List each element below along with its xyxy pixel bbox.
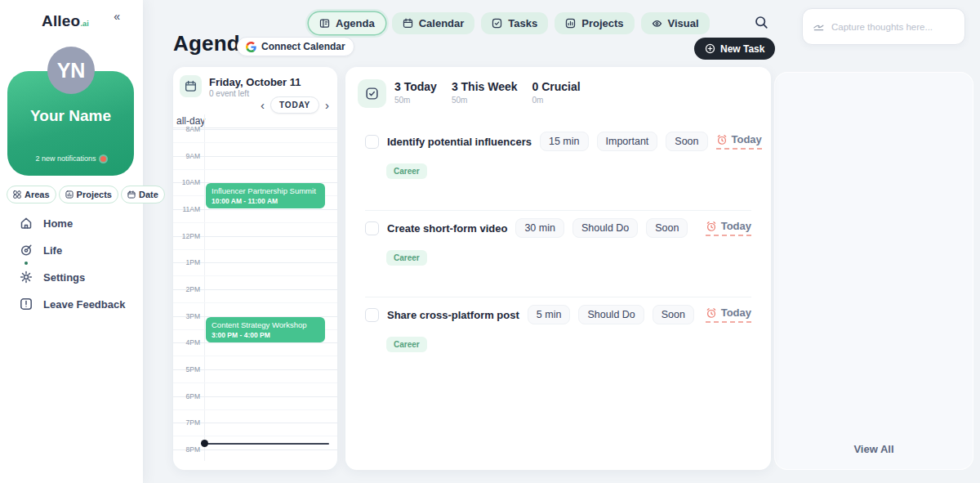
sidebar-item-leave-feedback[interactable]: Leave Feedback	[20, 297, 125, 311]
stat-crucial: 0 Crucial 0m	[532, 80, 581, 105]
projects-nav-icon	[565, 18, 576, 29]
tab-visual-label: Visual	[668, 17, 699, 29]
task-title[interactable]: Identify potential influencers	[387, 136, 532, 148]
tasks-panel: 3 Today 50m 3 This Week 50m 0 Crucial 0m…	[345, 67, 771, 470]
tab-projects[interactable]: Projects	[555, 12, 634, 34]
task-due-label: Today	[721, 306, 751, 319]
task-title[interactable]: Create short-form video	[387, 222, 507, 235]
calendar-nav: ‹ TODAY ›	[261, 96, 329, 114]
task-checkbox[interactable]	[365, 221, 379, 235]
prev-day-icon[interactable]: ‹	[261, 99, 265, 111]
alarm-icon	[706, 307, 717, 319]
task-tag-career[interactable]: Career	[386, 250, 427, 266]
capture-thoughts-box[interactable]	[802, 8, 965, 45]
calendar-time-grid[interactable]: all-day 8AM 9AM 10AM 11AM 12PM 1PM 2PM 3…	[173, 114, 337, 466]
sidebar: Alleo.ai « YN Your Name 2 new notificati…	[0, 0, 143, 483]
sidebar-menu: Home Life Settings Leave Feedback	[20, 217, 125, 311]
time-label: 11AM	[173, 205, 200, 213]
stat-today: 3 Today 50m	[394, 80, 437, 105]
collapse-sidebar-icon[interactable]: «	[114, 10, 120, 23]
hour-line: 7PM	[173, 423, 337, 423]
time-label: 2PM	[173, 285, 200, 293]
half-hour-line	[173, 382, 337, 383]
new-task-label: New Task	[720, 43, 764, 55]
stat-crucial-sub: 0m	[532, 96, 581, 105]
task-duration-chip[interactable]: 5 min	[528, 305, 571, 324]
current-time-line[interactable]	[204, 443, 329, 445]
hour-line: 2PM	[173, 289, 337, 290]
tasks-checkbox-icon	[358, 79, 386, 108]
view-all-link[interactable]: View All	[774, 443, 973, 455]
tab-agenda[interactable]: Agenda	[309, 12, 385, 34]
task-tag-career[interactable]: Career	[386, 163, 427, 179]
task-checkbox[interactable]	[365, 135, 379, 149]
notifications-text[interactable]: 2 new notifications	[7, 154, 134, 163]
date-icon	[127, 190, 136, 199]
feedback-icon	[20, 297, 33, 311]
time-label: 10AM	[173, 178, 200, 186]
alarm-icon	[706, 221, 717, 232]
task-duration-chip[interactable]: 15 min	[540, 132, 589, 151]
avatar[interactable]: YN	[47, 47, 95, 94]
hour-line: 8AM	[173, 129, 337, 130]
task-when-chip[interactable]: Soon	[646, 218, 688, 238]
areas-icon	[13, 190, 21, 199]
task-when-chip[interactable]: Soon	[666, 132, 707, 151]
tab-projects-label: Projects	[581, 17, 623, 29]
task-priority-chip[interactable]: Should Do	[578, 305, 644, 324]
time-label: 8PM	[173, 445, 200, 454]
task-priority-chip[interactable]: Should Do	[572, 218, 638, 238]
visual-icon	[652, 18, 662, 29]
calendar-event[interactable]: Content Strategy Workshop 3:00 PM - 4:00…	[206, 317, 325, 342]
search-icon[interactable]	[755, 16, 768, 29]
tab-tasks[interactable]: Tasks	[481, 12, 548, 34]
task-row: Identify potential influencers 15 min Im…	[365, 124, 751, 211]
tab-calendar[interactable]: Calendar	[392, 12, 475, 34]
tab-tasks-label: Tasks	[508, 17, 537, 29]
stat-today-label: 3 Today	[394, 80, 437, 93]
time-label: 1PM	[173, 258, 200, 266]
stat-today-sub: 50m	[394, 96, 437, 105]
sidebar-item-life-label: Life	[43, 244, 62, 257]
half-hour-line	[173, 275, 337, 276]
task-due[interactable]: Today	[706, 220, 751, 236]
tab-visual[interactable]: Visual	[641, 12, 710, 34]
sidebar-item-life[interactable]: Life	[20, 244, 125, 257]
hour-line: 1PM	[173, 262, 337, 263]
task-when-chip[interactable]: Soon	[653, 305, 694, 324]
hour-line: 11AM	[173, 209, 337, 210]
half-hour-line	[173, 169, 337, 170]
task-title[interactable]: Share cross-platform post	[387, 309, 519, 321]
gear-icon	[20, 271, 33, 284]
half-hour-line	[173, 436, 337, 436]
calendar-icon	[403, 18, 413, 29]
hour-line: 4PM	[173, 342, 337, 343]
capture-thoughts-input[interactable]	[831, 22, 955, 32]
today-button[interactable]: TODAY	[270, 96, 319, 114]
notification-dot	[100, 156, 106, 162]
calendar-event[interactable]: Influencer Partnership Summit 10:00 AM -…	[206, 183, 325, 208]
task-checkbox[interactable]	[365, 308, 379, 322]
task-priority-chip[interactable]: Important	[597, 132, 658, 151]
next-day-icon[interactable]: ›	[325, 99, 329, 111]
new-task-button[interactable]: New Task	[694, 38, 775, 60]
filter-projects-button[interactable]: Projects	[59, 186, 118, 203]
hour-line: 9AM	[173, 156, 337, 157]
sidebar-item-settings[interactable]: Settings	[20, 271, 125, 284]
half-hour-line	[173, 142, 337, 143]
filter-areas-button[interactable]: Areas	[7, 186, 56, 203]
task-duration-chip[interactable]: 30 min	[515, 218, 564, 238]
task-tag-career[interactable]: Career	[386, 337, 427, 352]
filter-date-button[interactable]: Date	[121, 186, 165, 203]
tab-calendar-label: Calendar	[419, 17, 465, 29]
calendar-panel: Friday, October 11 0 event left ‹ TODAY …	[173, 67, 337, 470]
connect-calendar-label: Connect Calendar	[261, 41, 345, 52]
task-due[interactable]: Today	[716, 133, 762, 150]
calendar-date-title: Friday, October 11	[209, 76, 301, 88]
filter-date-label: Date	[139, 190, 158, 199]
time-label: 5PM	[173, 365, 200, 373]
task-due[interactable]: Today	[706, 306, 751, 323]
connect-calendar-button[interactable]: Connect Calendar	[237, 37, 354, 56]
current-time-dot[interactable]	[201, 440, 208, 447]
sidebar-item-home[interactable]: Home	[20, 217, 125, 230]
